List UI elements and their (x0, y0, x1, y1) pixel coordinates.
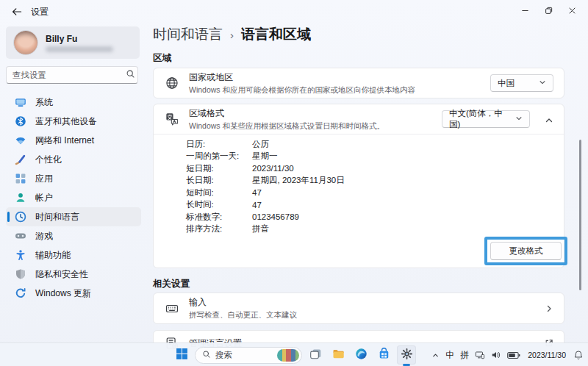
update-icon (15, 287, 26, 299)
format-row: 日历:公历 (186, 138, 549, 151)
sidebar-item-network-internet[interactable]: 网络和 Internet (6, 131, 141, 150)
format-card-title: 区域格式 (189, 107, 431, 120)
format-row-value: 星期四, 2023年11月30日 (252, 175, 345, 186)
windows-logo-icon (176, 348, 188, 363)
sidebar-item-privacy-security[interactable]: 隐私和安全性 (6, 265, 141, 284)
sidebar-item-windows-update[interactable]: Windows 更新 (6, 284, 141, 303)
scrollbar[interactable] (579, 140, 581, 290)
cast-device-icon[interactable] (475, 350, 485, 360)
format-row: 长时间:47 (186, 199, 549, 212)
sidebar-item-bluetooth-devices[interactable]: 蓝牙和其他设备 (6, 112, 141, 131)
format-row-label: 标准数字: (186, 212, 252, 223)
back-arrow-icon (11, 6, 23, 18)
personalization-icon (15, 154, 26, 165)
close-button[interactable] (560, 1, 584, 21)
format-row-label: 短日期: (186, 163, 252, 174)
store-button[interactable] (374, 345, 393, 365)
volume-icon[interactable] (491, 350, 501, 360)
change-formats-button[interactable]: 更改格式 (490, 242, 562, 260)
search-input[interactable] (12, 71, 126, 79)
country-dropdown[interactable]: 中国 (490, 74, 553, 92)
ime-layout-button[interactable]: 拼 (460, 349, 469, 362)
format-row-label: 长日期: (186, 175, 252, 186)
format-dropdown[interactable]: 中文(简体，中国) (442, 110, 530, 128)
battery-icon[interactable] (507, 351, 520, 359)
format-row-value: 0123456789 (252, 212, 299, 221)
settings-search[interactable] (6, 66, 138, 84)
close-icon (568, 4, 576, 18)
format-row: 一周的第一天:星期一 (186, 151, 549, 163)
system-icon (15, 96, 26, 108)
taskbar-tray: 中 拼 2023/11/30 (431, 343, 584, 366)
format-row-label: 短时间: (186, 187, 252, 198)
country-region-card[interactable]: 国家或地区 Windows 和应用可能会根据你所在的国家或地区向你提供本地内容 … (153, 68, 564, 98)
restore-button[interactable] (537, 1, 560, 21)
sidebar-item-gaming[interactable]: 游戏 (6, 226, 141, 245)
notifications-bell-icon[interactable] (573, 350, 584, 360)
typing-card-subtitle: 拼写检查、自动更正、文本建议 (189, 310, 534, 320)
accessibility-icon (15, 249, 26, 261)
country-dropdown-value: 中国 (498, 78, 530, 89)
format-row-value: 拼音 (252, 223, 269, 234)
collapse-button[interactable] (545, 115, 553, 123)
breadcrumb-separator-icon: › (230, 29, 234, 41)
format-row-value: 47 (252, 188, 262, 197)
format-row: 长日期:星期四, 2023年11月30日 (186, 175, 549, 187)
edge-button[interactable] (351, 345, 370, 365)
selected-accent-bar (7, 212, 10, 222)
sidebar-item-time-language[interactable]: 时间和语言 (6, 207, 141, 226)
sidebar-item-label: 网络和 Internet (35, 134, 94, 147)
format-row-value: 星期一 (252, 151, 278, 162)
typing-card-title: 输入 (189, 296, 534, 309)
settings-button[interactable] (397, 345, 416, 365)
sidebar-item-label: 帐户 (35, 192, 53, 204)
format-row-label: 一周的第一天: (186, 151, 252, 162)
hidden-icons-button[interactable] (431, 351, 440, 359)
sidebar-item-accessibility[interactable]: 辅助功能 (6, 245, 141, 265)
start-button[interactable] (172, 345, 191, 365)
user-email-blurred (46, 46, 113, 52)
search-highlight-image[interactable] (277, 349, 299, 362)
sidebar-nav: 系统蓝牙和其他设备网络和 Internet个性化应用帐户时间和语言游戏辅助功能隐… (6, 93, 141, 303)
sidebar-item-system[interactable]: 系统 (6, 93, 141, 112)
sidebar-item-label: Windows 更新 (35, 287, 91, 300)
keyboard-icon (165, 302, 179, 315)
minimize-button[interactable] (513, 1, 537, 21)
taskbar-search-label: 搜索 (215, 350, 273, 361)
settings-window: 设置 Billy Fu 系统蓝牙和其他设备网络和 Internet个性化应用帐户… (0, 0, 588, 366)
edge-icon (355, 348, 368, 363)
format-row-label: 排序方法: (186, 223, 252, 234)
format-row: 排序方法:拼音 (186, 223, 549, 236)
sidebar-item-label: 游戏 (35, 230, 53, 243)
chevron-down-icon (515, 115, 523, 123)
typing-card[interactable]: 输入 拼写检查、自动更正、文本建议 (153, 293, 564, 324)
chevron-right-icon (545, 304, 553, 313)
sidebar-item-label: 个性化 (35, 154, 62, 166)
avatar (13, 30, 38, 55)
taskbar: 搜索 中 拼 2023/11/30 (0, 342, 588, 366)
back-button[interactable] (9, 4, 25, 19)
user-profile[interactable]: Billy Fu (6, 26, 140, 59)
format-dropdown-value: 中文(简体，中国) (449, 108, 506, 130)
taskbar-date[interactable]: 2023/11/30 (526, 351, 567, 359)
breadcrumb-parent[interactable]: 时间和语言 (153, 25, 223, 44)
format-row: 短日期:2023/11/30 (186, 162, 549, 175)
format-details: 日历:公历一周的第一天:星期一短日期:2023/11/30长日期:星期四, 20… (186, 138, 549, 235)
regional-format-header[interactable]: 区域格式 Windows 和某些应用根据区域格式设置日期和时间格式。 中文(简体… (154, 104, 564, 134)
taskbar-search[interactable]: 搜索 (195, 347, 302, 364)
user-name: Billy Fu (46, 34, 113, 44)
sidebar-item-personalization[interactable]: 个性化 (6, 150, 141, 169)
task-view-button[interactable] (306, 345, 325, 365)
sidebar-item-accounts[interactable]: 帐户 (6, 188, 141, 207)
country-card-subtitle: Windows 和应用可能会根据你所在的国家或地区向你提供本地内容 (189, 85, 480, 96)
chevron-up-icon (545, 115, 553, 123)
file-explorer-button[interactable] (329, 345, 348, 365)
related-section-title: 相关设置 (153, 278, 190, 290)
search-icon (202, 348, 211, 362)
sidebar-item-apps[interactable]: 应用 (6, 169, 141, 188)
sidebar-item-label: 应用 (35, 173, 53, 185)
taskbar-center: 搜索 (172, 343, 416, 366)
store-icon (378, 348, 390, 363)
gaming-icon (15, 230, 26, 242)
ime-mode-button[interactable]: 中 (445, 349, 454, 362)
